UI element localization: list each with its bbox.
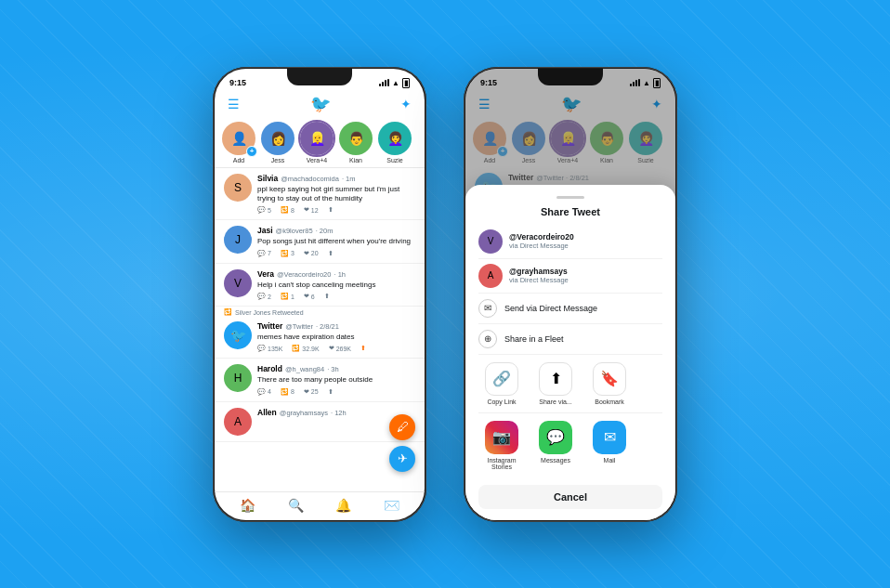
tweet-5[interactable]: H Harold @h_wang84 · 3h There are too ma…	[215, 359, 425, 401]
tweet-name-4: Twitter	[257, 321, 282, 331]
tweet-name-1: Silvia	[257, 174, 278, 183]
tweet-handle-1: @machadocomida	[281, 175, 339, 183]
tweet-handle-6: @grayhamsays	[280, 409, 328, 417]
tweet-like-3[interactable]: ❤ 6	[304, 293, 315, 300]
wifi-icon: ▲	[392, 79, 399, 87]
share-title: Share Tweet	[478, 206, 662, 217]
tweet-rt-3[interactable]: 🔁 1	[281, 293, 294, 300]
mail-icon: ✉	[593, 421, 626, 454]
nav-messages[interactable]: ✉️	[384, 498, 399, 513]
compose-fab[interactable]: 🖊	[389, 414, 415, 440]
story-jess[interactable]: 👩 Jess	[261, 122, 294, 163]
tweet-name-5: Harold	[257, 364, 282, 373]
story-add[interactable]: 👤 + Add	[222, 122, 255, 163]
instagram-icon: 📷	[485, 421, 518, 454]
share-dm-name-vera: @Veracordeiro20	[509, 232, 662, 242]
share-instagram[interactable]: 📷 Instagram Stories	[478, 421, 525, 470]
notch-1	[287, 69, 352, 85]
phone-1: 9:15 ▲ ▮ ☰ 🐦 ✦ 👤	[213, 67, 426, 522]
share-dm-allen[interactable]: A @grayhamsays via Direct Message	[478, 259, 662, 294]
sparkle-icon-1[interactable]: ✦	[400, 97, 412, 111]
share-via[interactable]: ⬆ Share via...	[532, 362, 579, 405]
phone-2: 9:15 ▲ ▮ ☰ 🐦 ✦ 👤 +	[464, 67, 677, 522]
tweet-avatar-2: J	[224, 226, 252, 254]
story-suzie[interactable]: 👩‍🦱 Suzie	[378, 122, 412, 163]
share-dm-sub-vera: via Direct Message	[509, 242, 662, 250]
tweet-text-3: Help i can't stop canceling meetings	[257, 281, 415, 290]
tweet-1[interactable]: S Silvia @machadocomida · 1m ppl keep sa…	[215, 168, 425, 221]
cancel-button[interactable]: Cancel	[478, 485, 662, 509]
nav-search[interactable]: 🔍	[288, 498, 304, 513]
tweet-text-5: There are too many people outside	[257, 375, 415, 385]
story-ring-vera	[298, 120, 335, 157]
share-mail[interactable]: ✉ Mail	[586, 421, 633, 470]
tweet-name-3: Vera	[257, 269, 274, 279]
nav-home[interactable]: 🏠	[240, 498, 255, 513]
tweet-4[interactable]: 🐦 Twitter @Twitter · 2/8/21 memes have e…	[215, 316, 425, 359]
twitter-header-1: ☰ 🐦 ✦	[215, 90, 425, 118]
tweet-reply-5[interactable]: 💬 4	[257, 388, 271, 396]
share-via-label: Share via...	[539, 399, 571, 405]
bookmark-icon: 🔖	[593, 362, 626, 396]
tweet-reply-2[interactable]: 💬 7	[257, 250, 271, 257]
tweet-avatar-4: 🐦	[224, 321, 252, 349]
tweet-like-4[interactable]: ❤ 269K	[329, 345, 351, 352]
share-messages[interactable]: 💬 Messages	[532, 421, 579, 470]
tweet-share-2[interactable]: ⬆	[328, 250, 334, 257]
tweet-handle-5: @h_wang84	[285, 365, 324, 373]
share-copy-link[interactable]: 🔗 Copy Link	[478, 362, 525, 405]
tweet-rt-5[interactable]: 🔁 8	[281, 388, 294, 396]
tweet-time-3: · 1h	[334, 270, 346, 279]
story-kian[interactable]: 👨 Kian	[339, 122, 373, 163]
tweet-handle-2: @k9lover85	[276, 227, 313, 235]
share-sheet: Share Tweet V @Veracordeiro20 via Direct…	[465, 185, 675, 520]
tweet-3[interactable]: V Vera @Veracordeiro20 · 1h Help i can't…	[215, 264, 425, 307]
story-avatar-jess: 👩	[261, 122, 294, 155]
signal-icon	[379, 79, 389, 86]
story-name-add: Add	[233, 157, 244, 163]
tweet-text-2: Pop songs just hit different when you're…	[257, 237, 415, 246]
instagram-label: Instagram Stories	[478, 457, 525, 470]
tweet-share-4[interactable]: ⬆	[360, 345, 366, 352]
story-vera[interactable]: 👱‍♀️ Vera+4	[300, 122, 334, 163]
share-bookmark[interactable]: 🔖 Bookmark	[586, 362, 633, 405]
tweet-rt-4[interactable]: 🔁 32.9K	[292, 345, 319, 352]
tweet-rt-2[interactable]: 🔁 3	[281, 250, 294, 257]
share-option-fleet[interactable]: ⊕ Share in a Fleet	[478, 324, 662, 355]
tweet-like-2[interactable]: ❤ 20	[304, 250, 319, 257]
tweet-time-1: · 1m	[342, 175, 356, 183]
tweet-time-5: · 3h	[327, 365, 339, 373]
bookmark-label: Bookmark	[595, 399, 624, 405]
story-name-kian: Kian	[349, 157, 362, 163]
tweet-avatar-3: V	[224, 269, 252, 297]
tweet-time-4: · 2/8/21	[316, 322, 339, 331]
tweet-like-1[interactable]: ❤ 12	[304, 206, 319, 214]
share-dm-vera[interactable]: V @Veracordeiro20 via Direct Message	[478, 225, 662, 259]
share-grid-row2: 📷 Instagram Stories 💬 Messages ✉ Mail	[478, 413, 662, 477]
tweet-like-5[interactable]: ❤ 25	[304, 388, 319, 396]
tweet-reply-4[interactable]: 💬 135K	[257, 345, 282, 352]
copy-link-icon: 🔗	[485, 362, 518, 396]
share-dm-name-allen: @grayhamsays	[509, 267, 662, 276]
tweet-handle-4: @Twitter	[285, 322, 313, 331]
nav-notifications[interactable]: 🔔	[335, 498, 351, 513]
tweet-reply-1[interactable]: 💬 5	[257, 206, 271, 214]
dm-fab[interactable]: ✈	[389, 446, 415, 472]
battery-icon: ▮	[402, 78, 410, 88]
share-option-dm[interactable]: ✉ Send via Direct Message	[478, 294, 662, 324]
tweet-share-3[interactable]: ⬆	[324, 293, 330, 300]
tweet-share-5[interactable]: ⬆	[328, 388, 334, 396]
tweet-rt-1[interactable]: 🔁 8	[281, 206, 294, 214]
tweet-handle-3: @Veracordeiro20	[277, 270, 331, 279]
time-1: 9:15	[229, 78, 246, 87]
share-dm-sub-allen: via Direct Message	[509, 276, 662, 284]
tweet-name-2: Jasi	[257, 226, 273, 235]
tweet-2[interactable]: J Jasi @k9lover85 · 20m Pop songs just h…	[215, 220, 425, 263]
tweet-reply-3[interactable]: 💬 2	[257, 293, 271, 300]
messages-label: Messages	[541, 457, 570, 464]
tweet-share-1[interactable]: ⬆	[328, 206, 334, 214]
hamburger-icon[interactable]: ☰	[228, 97, 240, 111]
retweet-label: 🔁 Silver Jones Retweeted	[215, 307, 425, 316]
share-option-fleet-label: Share in a Fleet	[504, 334, 564, 344]
share-option-dm-label: Send via Direct Message	[504, 304, 597, 313]
